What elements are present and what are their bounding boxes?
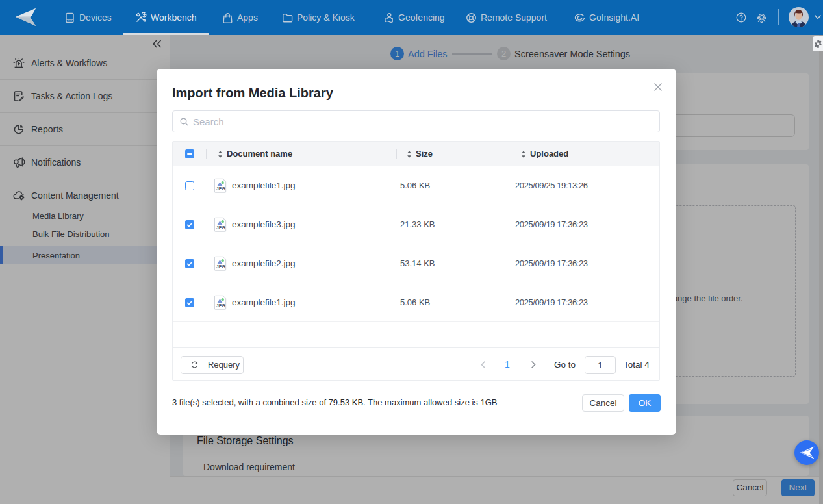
- svg-text:JPG: JPG: [216, 186, 226, 191]
- svg-text:JPG: JPG: [216, 264, 226, 269]
- svg-text:JPG: JPG: [216, 225, 226, 230]
- svg-text:JPG: JPG: [216, 303, 226, 308]
